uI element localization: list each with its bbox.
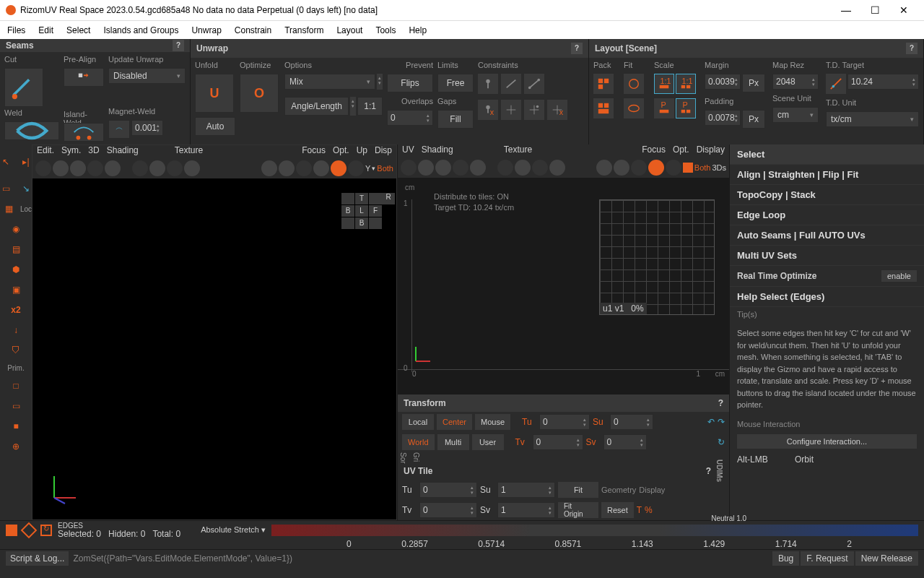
both-button[interactable]: Both <box>377 164 393 173</box>
absolute-stretch-select[interactable]: Absolute Stretch ▾ <box>201 525 266 535</box>
fit-origin-button[interactable]: Fit Origin <box>558 502 598 518</box>
viewport-3d[interactable]: Edit. Sym. 3D Shading Texture Focus Opt.… <box>32 144 397 520</box>
diamond-icon[interactable] <box>21 522 38 538</box>
reset-button[interactable]: Reset <box>601 502 634 518</box>
island-weld-button[interactable] <box>64 123 104 142</box>
edgeloop-item[interactable]: Edge Loop <box>730 205 924 225</box>
udims-tab[interactable]: UDIMs <box>715 460 723 482</box>
ratio-button[interactable]: 1:1 <box>357 97 383 116</box>
align-item[interactable]: Align | Straighten | Flip | Fit <box>730 165 924 185</box>
mix-select[interactable]: Mix <box>284 74 375 90</box>
vico[interactable] <box>549 160 565 176</box>
padding-px[interactable]: Px <box>742 110 765 129</box>
menu-transform[interactable]: Transform <box>284 25 323 35</box>
help-icon[interactable]: ? <box>706 466 711 476</box>
rect-icon[interactable]: ▭ <box>0 179 15 198</box>
box-icon[interactable]: ▣ <box>6 280 25 299</box>
local-button[interactable]: Local <box>402 414 434 430</box>
menu-files[interactable]: Files <box>7 25 25 35</box>
margin-value[interactable]: 0.0039▴▾ <box>705 74 741 90</box>
3ds-button[interactable]: 3Ds <box>712 163 726 172</box>
su-value[interactable]: 0▴▾ <box>610 414 653 430</box>
vico[interactable] <box>53 160 69 176</box>
fit2-icon[interactable] <box>624 98 644 118</box>
maximize-button[interactable]: ☐ <box>860 4 889 16</box>
vico[interactable] <box>296 160 312 176</box>
fit-button[interactable]: Fit <box>558 482 598 498</box>
menu-layout[interactable]: Layout <box>336 25 362 35</box>
magnet-weld-value[interactable]: 0.001▴▾ <box>131 120 163 136</box>
menu-help[interactable]: Help <box>409 25 427 35</box>
script-log-button[interactable]: Script & Log... <box>6 551 69 566</box>
vico[interactable] <box>666 160 681 176</box>
t-button[interactable]: T <box>637 505 642 515</box>
mesh-icon[interactable]: ▦ <box>0 199 19 218</box>
multi-button[interactable]: Multi <box>437 434 469 450</box>
cross-x-icon[interactable]: x <box>547 100 567 120</box>
uv-canvas[interactable]: cm Distribute to tiles: ON Target TD: 10… <box>398 178 729 394</box>
x2-icon[interactable]: x2 <box>6 301 25 319</box>
new-release-button[interactable]: New Release <box>855 551 918 566</box>
vico[interactable] <box>631 160 647 176</box>
sphere-icon[interactable]: ◉ <box>6 220 25 238</box>
vico[interactable] <box>401 160 417 176</box>
cross-icon[interactable] <box>501 100 521 120</box>
vico[interactable] <box>313 160 329 176</box>
fit1-icon[interactable] <box>624 74 644 94</box>
vico[interactable] <box>470 160 486 176</box>
help-icon[interactable]: ? <box>718 398 723 408</box>
scale4-icon[interactable]: P <box>676 98 696 118</box>
refresh-icon[interactable]: ↻ <box>718 437 725 447</box>
refresh-icon[interactable]: ↻ <box>40 525 52 536</box>
vico[interactable] <box>435 160 451 176</box>
redo-icon[interactable]: ↷ <box>718 417 725 427</box>
scale1-icon[interactable]: 1:1 <box>654 74 674 94</box>
line-icon[interactable] <box>501 74 521 94</box>
enable-button[interactable]: enable <box>881 270 917 282</box>
pin-icon[interactable] <box>478 74 498 94</box>
topocopy-item[interactable]: TopoCopy | Stack <box>730 185 924 205</box>
gri-tab[interactable]: Gri <box>412 452 420 462</box>
flips-button[interactable]: Flips <box>387 74 433 92</box>
vico[interactable] <box>532 160 548 176</box>
vico[interactable] <box>497 160 513 176</box>
fill-button[interactable]: Fill <box>437 110 474 129</box>
undo-icon[interactable]: ↶ <box>707 417 715 427</box>
pin-x-icon[interactable]: x <box>478 100 498 120</box>
help-icon[interactable]: ? <box>906 43 918 54</box>
both-button[interactable]: Both <box>694 163 711 172</box>
menu-unwrap[interactable]: Unwrap <box>191 25 221 35</box>
magnet-weld-button[interactable] <box>108 120 130 139</box>
vico[interactable] <box>515 160 531 176</box>
vico[interactable] <box>105 160 121 176</box>
cut-button[interactable] <box>4 68 43 107</box>
vico[interactable] <box>453 160 468 176</box>
vico[interactable] <box>184 160 200 176</box>
down-icon[interactable]: ↓ <box>6 321 25 340</box>
tv-value[interactable]: 0▴▾ <box>533 434 583 450</box>
help-icon[interactable]: ? <box>571 43 583 54</box>
vico[interactable] <box>348 160 364 176</box>
prim-rect-icon[interactable]: ▭ <box>6 397 25 415</box>
prim-fill-icon[interactable]: ■ <box>6 417 25 436</box>
sceneunit-select[interactable]: cm <box>772 107 819 123</box>
overlaps-value[interactable]: 0▴▾ <box>387 110 433 126</box>
scale3-icon[interactable]: P <box>654 98 674 118</box>
center-button[interactable]: Center <box>437 414 472 430</box>
vico[interactable] <box>35 160 51 176</box>
pack2-icon[interactable] <box>593 98 614 118</box>
maprez-value[interactable]: 2048▴▾ <box>772 74 819 90</box>
sor-tab[interactable]: Sor <box>399 452 407 464</box>
pointer-icon[interactable]: ↖ <box>0 152 15 171</box>
menu-tools[interactable]: Tools <box>375 25 396 35</box>
rto-item[interactable]: Real Time Optimizeenable <box>730 266 924 287</box>
sv-value[interactable]: 0▴▾ <box>603 434 647 450</box>
prim-square-icon[interactable]: □ <box>6 376 25 395</box>
vico[interactable] <box>132 160 148 176</box>
vico[interactable] <box>87 160 103 176</box>
grid-icon[interactable]: ▤ <box>6 240 25 259</box>
grid-toggle-icon[interactable] <box>683 163 693 173</box>
tdunit-select[interactable]: tx/cm <box>826 111 919 127</box>
shield-icon[interactable]: ⛉ <box>6 341 25 360</box>
prealign-button[interactable] <box>64 68 104 87</box>
